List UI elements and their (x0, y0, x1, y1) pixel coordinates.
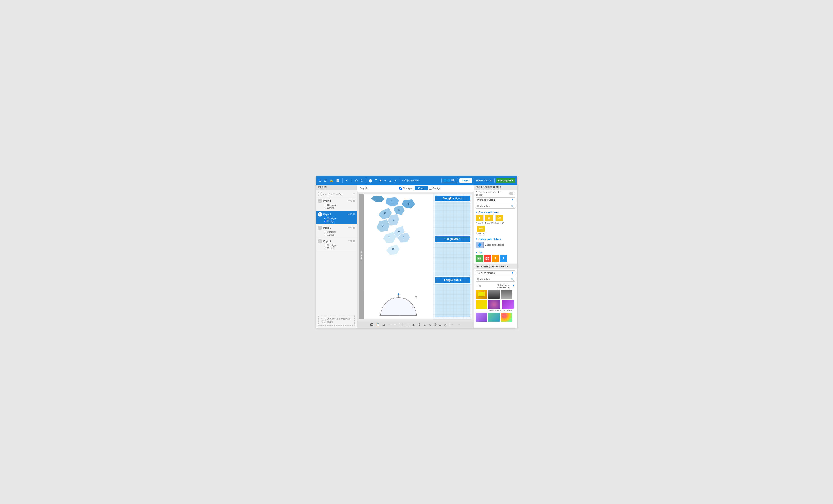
bt-icon-9[interactable]: ⏱ (417, 322, 422, 327)
bloc-jaune1[interactable]: 1 Jaune 1 (476, 215, 484, 224)
media-thumb-7[interactable] (476, 313, 487, 322)
text-icon[interactable]: T (374, 178, 378, 183)
bt-icon-10[interactable]: ⊙ (423, 322, 427, 327)
dot-icon[interactable]: ● (383, 178, 387, 183)
grid-icon[interactable]: ⊞ (318, 178, 322, 183)
consigne-tab-checkbox[interactable] (399, 186, 402, 190)
page3-corrige-checkbox[interactable] (324, 233, 326, 236)
page-item-4[interactable]: 4 Page 4 ✏ ⧉ 🗑 Consigne (316, 238, 357, 251)
add-page-button[interactable]: + Ajouter une nouvelle page (318, 315, 355, 326)
page3-consigne-checkbox[interactable] (324, 231, 326, 233)
media-thumb-9[interactable] (501, 313, 512, 322)
media-grid-icon[interactable]: ⊞ (479, 285, 481, 288)
page4-delete-icon[interactable]: 🗑 (353, 240, 355, 243)
layers-icon[interactable]: ≡ (350, 178, 353, 183)
tools-search-input[interactable] (476, 204, 516, 208)
page4-consigne-checkbox[interactable] (324, 244, 326, 246)
bt-prev-icon[interactable]: ← (451, 322, 455, 327)
grid2-icon[interactable]: ⊟ (323, 178, 328, 183)
layers3-icon[interactable]: ⬡ (360, 178, 364, 183)
page1-corrige-checkbox[interactable] (324, 207, 326, 209)
lock-icon[interactable]: 🔒 (329, 178, 334, 183)
page-item-2[interactable]: 2 Page 2 ✏ ⧉ 🗑 Consigne (316, 211, 357, 224)
media-thumb-6[interactable]: Au lit bleu (502, 300, 514, 311)
bt-icon-2[interactable]: 📋 (375, 322, 380, 327)
media-refresh-icon[interactable]: ↻ (513, 284, 516, 288)
url-button[interactable]: 🌐 🌐 URL (442, 178, 458, 183)
bloc-jaune1000[interactable]: 1000 Jaune 1000 (476, 226, 486, 235)
protractor-gear-icon[interactable]: ⚙ (414, 296, 418, 299)
cubes-section-header[interactable]: ▼ Cubes emboîtables (474, 237, 517, 242)
crop-icon[interactable]: ✂ (344, 178, 349, 183)
square-icon[interactable]: ■ (379, 178, 382, 183)
media-thumb-2[interactable] (488, 289, 500, 299)
bt-next-icon[interactable]: → (457, 322, 461, 327)
page4-copy-icon[interactable]: ⧉ (351, 240, 352, 243)
bloc-jaune10[interactable]: 10 Jaune 10 (485, 215, 493, 224)
sauvegarder-button[interactable]: Sauvegarder (496, 178, 516, 183)
bloc-jaune100[interactable]: 100 Jaune 100 (495, 215, 504, 224)
retour-button[interactable]: Retour à Heap (474, 178, 495, 183)
tab-corrige[interactable]: Corrigé (429, 186, 441, 190)
bt-icon-6[interactable]: ⬜ (398, 322, 403, 327)
des-green-item[interactable] (476, 255, 483, 262)
media-thumb-8[interactable] (488, 313, 500, 322)
tab-page[interactable]: Page (414, 186, 428, 191)
line-icon[interactable]: ╱ (394, 178, 397, 183)
tools-toggle[interactable] (509, 192, 515, 195)
des-red-item[interactable] (484, 255, 491, 262)
page3-copy-icon[interactable]: ⧉ (351, 226, 352, 229)
blocs-section-header[interactable]: ▼ Blocs multibases (474, 210, 517, 215)
page2-delete-icon[interactable]: 🗑 (353, 213, 355, 216)
page1-edit-icon[interactable]: ✏ (348, 199, 350, 202)
bt-icon-13[interactable]: ⊟ (438, 322, 442, 327)
bt-icon-14[interactable]: △ (444, 322, 447, 327)
page2-edit-icon[interactable]: ✏ (348, 213, 350, 216)
bt-icon-5[interactable]: ↩ (393, 322, 397, 327)
des-blue-item[interactable]: 2 (500, 255, 507, 262)
page-item-1[interactable]: 1 Page 1 ✏ ⧉ 🗑 Consigne (316, 198, 357, 211)
bt-icon-8[interactable]: ▲ (411, 322, 416, 327)
page-item-intro[interactable]: Intro Intro (optionnelle) ✏ (316, 191, 357, 198)
bt-icon-3[interactable]: ⊞ (382, 322, 386, 327)
protractor[interactable]: ⚙ (378, 294, 419, 319)
cycle-select[interactable]: Primaire Cycle 1 (476, 197, 516, 202)
page-icon[interactable]: 📄 (335, 178, 340, 183)
media-search-input[interactable] (476, 277, 516, 282)
triangle-icon[interactable]: ▲ (388, 178, 393, 183)
answer-area-1[interactable] (435, 202, 470, 235)
media-filter-select[interactable]: Tous les medias (476, 271, 516, 275)
corrige-tab-checkbox[interactable] (429, 186, 432, 190)
bt-icon-11[interactable]: ⊙ (428, 322, 432, 327)
page-item-3[interactable]: 3 Page 3 ✏ ⧉ 🗑 Consigne (316, 224, 357, 238)
media-list-icon[interactable]: ☰ (476, 285, 478, 288)
media-thumb-3[interactable] (501, 289, 512, 299)
des-orange-item[interactable]: 5 (492, 255, 499, 262)
layers2-icon[interactable]: ⬡ (354, 178, 359, 183)
intro-edit-icon[interactable]: ✏ (353, 193, 355, 195)
page1-copy-icon[interactable]: ⧉ (351, 199, 352, 202)
media-thumb-4[interactable] (476, 300, 487, 311)
bt-icon-1[interactable]: 🖼 (370, 322, 374, 327)
page4-corrige-checkbox[interactable] (324, 247, 326, 249)
des-section-header[interactable]: ▼ Dés (474, 250, 517, 255)
page4-edit-icon[interactable]: ✏ (348, 240, 350, 243)
page3-delete-icon[interactable]: 🗑 (353, 226, 355, 229)
media-thumb-1[interactable] (476, 289, 487, 299)
bt-icon-4[interactable]: ↔ (387, 322, 391, 327)
tab-consigne[interactable]: Consigne (399, 186, 413, 190)
corrige-side-label[interactable]: CORRIGÉ (359, 194, 364, 319)
bt-icon-12[interactable]: $ (434, 322, 437, 327)
media-thumb-5[interactable]: Unlimited Power (488, 300, 501, 311)
page3-edit-icon[interactable]: ✏ (348, 226, 350, 229)
answer-area-2[interactable] (435, 243, 470, 276)
page1-consigne-checkbox[interactable] (324, 204, 326, 206)
apercu-button[interactable]: Aperçu (459, 178, 472, 183)
page2-consigne-checkbox[interactable] (324, 217, 326, 220)
page2-corrige-checkbox[interactable] (324, 220, 326, 222)
page2-copy-icon[interactable]: ⧉ (351, 213, 352, 216)
cubes-item[interactable]: 🔷 Cubes emboîtables (474, 242, 517, 250)
bt-icon-7[interactable]: ⬜ (405, 322, 410, 327)
circle-icon[interactable]: ⬤ (368, 178, 373, 183)
page1-delete-icon[interactable]: 🗑 (353, 199, 355, 202)
